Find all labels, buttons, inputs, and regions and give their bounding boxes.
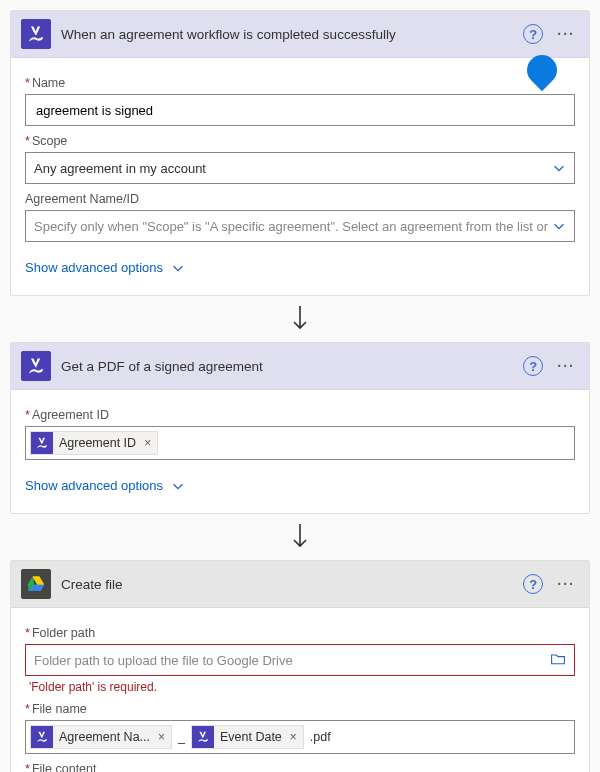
scope-dropdown[interactable]: Any agreement in my account [25, 152, 575, 184]
adobe-sign-icon [21, 19, 51, 49]
card-body: *Folder path Folder path to upload the f… [11, 608, 589, 772]
scope-label: *Scope [25, 134, 575, 148]
token-label: Agreement ID [59, 436, 136, 450]
file-name-label: *File name [25, 702, 575, 716]
filename-literal-ext: .pdf [308, 730, 333, 744]
help-icon[interactable]: ? [523, 574, 543, 594]
card-title: Create file [61, 577, 523, 592]
token-remove-icon[interactable]: × [290, 730, 297, 744]
adobe-sign-icon [31, 432, 53, 454]
filename-literal-underscore: _ [176, 730, 187, 744]
file-name-input[interactable]: Agreement Na... × _ Event Date × .pdf [25, 720, 575, 754]
scope-value: Any agreement in my account [34, 161, 206, 176]
token-remove-icon[interactable]: × [158, 730, 165, 744]
folder-picker-icon[interactable] [550, 652, 566, 669]
trigger-card: When an agreement workflow is completed … [10, 10, 590, 296]
token-label: Event Date [220, 730, 282, 744]
dynamic-token-agreement-id[interactable]: Agreement ID × [30, 431, 158, 455]
card-body: *Name *Scope Any agreement in my account… [11, 58, 589, 295]
dynamic-token-agreement-name[interactable]: Agreement Na... × [30, 725, 172, 749]
help-icon[interactable]: ? [523, 24, 543, 44]
dynamic-token-event-date[interactable]: Event Date × [191, 725, 304, 749]
more-menu-icon[interactable]: ··· [553, 24, 579, 44]
agreement-id-label: *Agreement ID [25, 408, 575, 422]
adobe-sign-icon [192, 726, 214, 748]
get-pdf-card: Get a PDF of a signed agreement ? ··· *A… [10, 342, 590, 514]
agreement-id-placeholder: Specify only when "Scope" is "A specific… [34, 219, 552, 234]
token-label: Agreement Na... [59, 730, 150, 744]
chevron-down-icon [552, 161, 566, 175]
folder-path-input[interactable]: Folder path to upload the file to Google… [25, 644, 575, 676]
adobe-sign-icon [21, 351, 51, 381]
agreement-id-label: Agreement Name/ID [25, 192, 575, 206]
name-input-field[interactable] [34, 102, 566, 119]
file-content-label: *File content [25, 762, 575, 772]
name-input[interactable] [25, 94, 575, 126]
help-icon[interactable]: ? [523, 356, 543, 376]
adobe-sign-icon [31, 726, 53, 748]
chevron-down-icon [171, 261, 185, 275]
more-menu-icon[interactable]: ··· [553, 356, 579, 376]
flow-arrow [10, 304, 590, 334]
more-menu-icon[interactable]: ··· [553, 574, 579, 594]
agreement-id-input[interactable]: Agreement ID × [25, 426, 575, 460]
agreement-id-dropdown[interactable]: Specify only when "Scope" is "A specific… [25, 210, 575, 242]
card-body: *Agreement ID Agreement ID × Show advanc… [11, 390, 589, 513]
flow-arrow [10, 522, 590, 552]
card-header[interactable]: Create file ? ··· [11, 561, 589, 608]
google-drive-icon [21, 569, 51, 599]
folder-path-error: 'Folder path' is required. [29, 680, 575, 694]
chevron-down-icon [552, 219, 566, 233]
name-label: *Name [25, 76, 575, 90]
show-advanced-toggle[interactable]: Show advanced options [25, 260, 185, 275]
create-file-card: Create file ? ··· *Folder path Folder pa… [10, 560, 590, 772]
card-header[interactable]: Get a PDF of a signed agreement ? ··· [11, 343, 589, 390]
card-title: Get a PDF of a signed agreement [61, 359, 523, 374]
token-remove-icon[interactable]: × [144, 436, 151, 450]
show-advanced-toggle[interactable]: Show advanced options [25, 478, 185, 493]
card-title: When an agreement workflow is completed … [61, 27, 523, 42]
chevron-down-icon [171, 479, 185, 493]
folder-path-label: *Folder path [25, 626, 575, 640]
card-header[interactable]: When an agreement workflow is completed … [11, 11, 589, 58]
folder-path-placeholder: Folder path to upload the file to Google… [34, 653, 550, 668]
